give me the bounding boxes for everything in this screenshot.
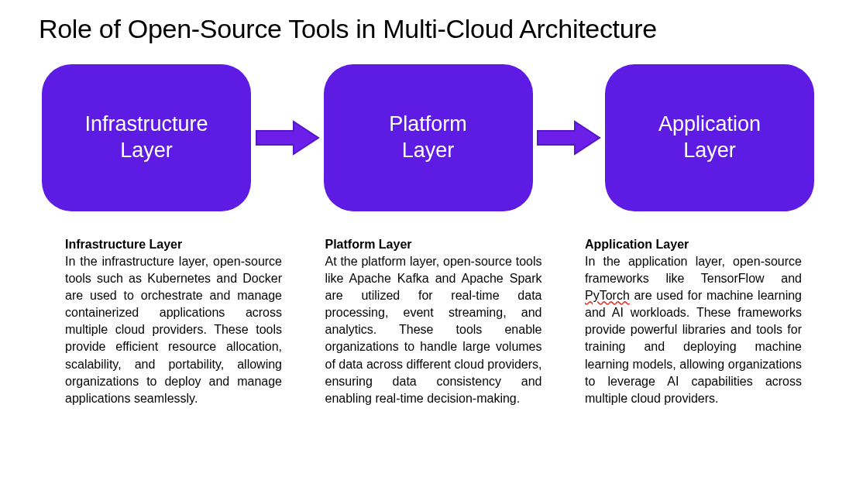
- layer-box-label: ApplicationLayer: [658, 111, 761, 164]
- description-heading: Infrastructure Layer: [65, 236, 282, 253]
- description-body: In the application layer, open-source fr…: [585, 253, 802, 407]
- layer-box-platform: PlatformLayer: [324, 64, 533, 211]
- diagram-row: InfrastructureLayer PlatformLayer Applic…: [39, 64, 817, 211]
- description-heading: Platform Layer: [325, 236, 542, 253]
- page-title: Role of Open-Source Tools in Multi-Cloud…: [39, 14, 817, 44]
- layer-box-infrastructure: InfrastructureLayer: [42, 64, 251, 211]
- arrow-icon: [253, 118, 321, 157]
- layer-box-label: InfrastructureLayer: [84, 111, 208, 164]
- description-heading: Application Layer: [585, 236, 802, 253]
- spellcheck-squiggle: PyTorch: [585, 289, 630, 302]
- description-body: At the platform layer, open-source tools…: [325, 253, 542, 407]
- arrow-icon: [535, 118, 603, 157]
- description-infrastructure: Infrastructure Layer In the infrastructu…: [65, 236, 282, 407]
- layer-box-label: PlatformLayer: [389, 111, 467, 164]
- description-body: In the infrastructure layer, open-source…: [65, 253, 282, 407]
- layer-box-application: ApplicationLayer: [605, 64, 814, 211]
- descriptions-row: Infrastructure Layer In the infrastructu…: [39, 236, 817, 407]
- description-platform: Platform Layer At the platform layer, op…: [325, 236, 542, 407]
- description-application: Application Layer In the application lay…: [585, 236, 802, 407]
